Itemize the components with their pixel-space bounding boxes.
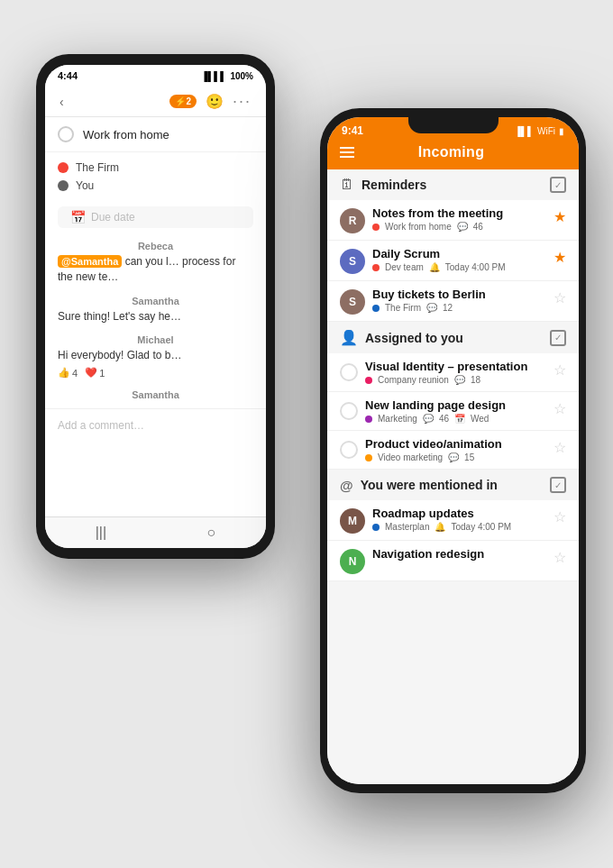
star-landing[interactable]: ☆ [554, 400, 566, 417]
reminders-checkbox[interactable]: ✓ [550, 177, 566, 193]
mentioned-section-header: @ You were mentioned in ✓ [327, 470, 579, 500]
comment-author-samantha-1: Samantha [58, 296, 253, 306]
star-video[interactable]: ☆ [554, 439, 566, 456]
assignee-you-row[interactable]: You [58, 179, 253, 192]
android-bottom-bar: ||| ○ [45, 516, 266, 548]
back-button[interactable]: ‹ [59, 95, 64, 109]
task-title-roadmap: Roadmap updates [372, 507, 546, 520]
comments-section: Rebeca @Samantha can you l… process for … [45, 235, 266, 408]
task-roadmap-updates[interactable]: M Roadmap updates Masterplan 🔔 Today 4:0… [327, 500, 579, 541]
comment-icon-video: 💬 [448, 452, 459, 462]
header-title: Incoming [418, 144, 485, 160]
nav-grid-icon[interactable]: ||| [96, 525, 106, 541]
avatar-icon[interactable]: 🙂 [206, 93, 224, 110]
comment-samantha-2: Samantha [45, 384, 266, 408]
task-title-video: Product video/animation [365, 437, 546, 451]
task-notes-from-meeting[interactable]: R Notes from the meeting Work from home … [327, 200, 579, 241]
circle-visual-identity[interactable] [340, 363, 358, 381]
comment-text-rebeca: @Samantha can you l… process for the new… [58, 254, 253, 285]
due-date-placeholder: Due date [91, 211, 135, 224]
task-meta-notes: Work from home 💬 46 [372, 222, 546, 232]
iphone-status-area: 9:41 ▐▌▌ WiFi ▮ [327, 117, 579, 137]
signal-icon: ▐▌▌▌ [201, 71, 226, 81]
iphone-time: 9:41 [342, 124, 363, 137]
task-project-roadmap: Masterplan [385, 522, 429, 532]
task-complete-circle[interactable] [58, 126, 74, 142]
task-project-video: Video marketing [378, 452, 443, 462]
comment-icon-tickets: 💬 [426, 303, 437, 313]
task-project-tickets: The Firm [385, 303, 421, 313]
star-navigation[interactable]: ☆ [554, 549, 566, 566]
task-project-scrum: Dev team [385, 262, 424, 272]
comment-author-rebeca: Rebeca [58, 241, 253, 251]
comment-author-michael: Michael [58, 334, 253, 345]
assigned-person-icon: 👤 [340, 329, 358, 346]
iphone-status-icons: ▐▌▌ WiFi ▮ [515, 126, 564, 136]
circle-landing-page[interactable] [340, 402, 358, 420]
star-visual[interactable]: ☆ [554, 361, 566, 379]
task-product-video[interactable]: Product video/animation Video marketing … [327, 431, 579, 470]
signal-bars-icon: ▐▌▌ [515, 126, 534, 136]
heart-count: 1 [99, 368, 105, 379]
hamburger-line-2 [340, 151, 354, 153]
task-meta-video: Video marketing 💬 15 [365, 452, 546, 462]
task-count-notes: 46 [473, 222, 483, 232]
circle-product-video[interactable] [340, 441, 358, 459]
iphone-header: Incoming [327, 137, 579, 169]
task-dot-landing [365, 416, 372, 423]
heart-reaction[interactable]: ❤️ 1 [85, 367, 105, 379]
assigned-title: Assigned to you [365, 331, 463, 345]
comment-michael: Michael Hi everybody! Glad to b… 👍 4 ❤️ … [45, 329, 266, 384]
task-count-tickets: 12 [443, 303, 453, 313]
task-navigation-redesign[interactable]: N Navigation redesign ☆ [327, 541, 579, 581]
comment-rebeca: Rebeca @Samantha can you l… process for … [45, 235, 266, 290]
comment-samantha-1: Samantha Sure thing! Let's say he… [45, 290, 266, 330]
add-comment-placeholder: Add a comment… [58, 419, 144, 432]
assignee-firm-row[interactable]: The Firm [58, 161, 253, 174]
task-dot-scrum [372, 264, 380, 271]
firm-color-dot [58, 162, 69, 173]
task-visual-identity[interactable]: Visual Identity – presentation Company r… [327, 353, 579, 392]
task-title: Work from home [83, 128, 169, 142]
hamburger-line-1 [340, 147, 354, 149]
task-project-notes: Work from home [385, 222, 452, 232]
task-landing-page[interactable]: New landing page design Marketing 💬 46 📅… [327, 392, 579, 431]
reminders-section-header: 🗓 Reminders ✓ [327, 169, 579, 200]
android-nav-bar: ‹ ⚡2 🙂 ··· [45, 87, 266, 117]
star-tickets[interactable]: ☆ [554, 289, 566, 306]
mentioned-title: You were mentioned in [361, 478, 498, 492]
star-scrum[interactable]: ★ [554, 249, 566, 266]
menu-button[interactable] [340, 147, 354, 158]
mentioned-header-left: @ You were mentioned in [340, 478, 498, 493]
task-dot-video [365, 454, 372, 461]
star-notes[interactable]: ★ [554, 208, 566, 225]
task-buy-tickets[interactable]: S Buy tickets to Berlin The Firm 💬 12 ☆ [327, 281, 579, 322]
task-meta-visual: Company reunion 💬 18 [365, 375, 546, 385]
task-dot-tickets [372, 305, 380, 312]
android-status-bar: 4:44 ▐▌▌▌ 100% [45, 65, 266, 87]
comment-text-samantha-1: Sure thing! Let's say he… [58, 309, 253, 324]
iphone-scroll-content[interactable]: 🗓 Reminders ✓ R Notes from the meeting W… [327, 169, 579, 784]
task-content-roadmap: Roadmap updates Masterplan 🔔 Today 4:00 … [372, 507, 546, 532]
due-date-row[interactable]: 📅 Due date [58, 206, 253, 228]
task-title-scrum: Daily Scrum [372, 247, 546, 260]
avatar-scrum: S [340, 249, 365, 274]
reminders-icon: 🗓 [340, 177, 354, 193]
star-roadmap[interactable]: ☆ [554, 508, 566, 525]
thumbs-up-reaction[interactable]: 👍 4 [58, 367, 78, 379]
task-count-visual: 18 [471, 375, 480, 385]
task-daily-scrum[interactable]: S Daily Scrum Dev team 🔔 Today 4:00 PM ★ [327, 241, 579, 281]
task-count-landing: 46 [439, 414, 449, 424]
avatar-notes: R [340, 208, 365, 233]
mentioned-checkbox[interactable]: ✓ [550, 477, 566, 493]
task-project-landing: Marketing [378, 414, 417, 424]
more-options-icon[interactable]: ··· [233, 92, 252, 111]
task-title-row: Work from home [45, 117, 266, 152]
android-phone: 4:44 ▐▌▌▌ 100% ‹ ⚡2 🙂 ··· Work from home [36, 54, 275, 559]
iphone: 9:41 ▐▌▌ WiFi ▮ Incoming [320, 108, 586, 793]
assigned-checkbox[interactable]: ✓ [550, 330, 566, 346]
avatar-navigation: N [340, 549, 365, 574]
iphone-notch [408, 117, 499, 133]
nav-circle-icon[interactable]: ○ [207, 525, 216, 541]
add-comment-row[interactable]: Add a comment… [45, 408, 266, 440]
